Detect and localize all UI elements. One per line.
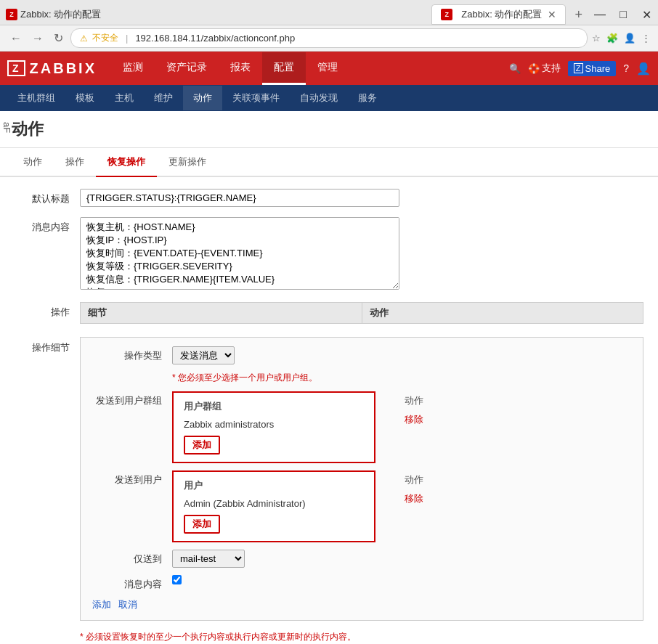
default-title-control bbox=[80, 189, 643, 207]
user-add-button[interactable]: 添加 bbox=[184, 515, 220, 534]
ops-col-detail: 细节 bbox=[81, 303, 362, 324]
address-bar-container: ← → ↻ ⚠ 不安全 | 192.168.184.11/zabbix/acti… bbox=[0, 25, 658, 52]
tab-action[interactable]: 动作 bbox=[12, 148, 54, 177]
maximize-button[interactable]: □ bbox=[612, 4, 635, 25]
ops-details-box: 操作类型 发送消息 * 您必须至少选择一个用户或用户组。 bbox=[80, 337, 643, 621]
minimize-button[interactable]: — bbox=[588, 4, 612, 25]
window-titlebar: Z Zabbix: 动作的配置 Z Zabbix: 动作的配置 ✕ + — □ … bbox=[0, 0, 658, 25]
user-col-name: 用户 bbox=[178, 476, 370, 495]
user-action-header: 动作 bbox=[405, 473, 423, 486]
table-row-add: 添加 bbox=[178, 433, 370, 457]
default-title-row: 默认标题 bbox=[15, 189, 643, 207]
bottom-warning: * 必须设置恢复时的至少一个执行内容或执行内容或更新时的执行内容。 bbox=[80, 631, 643, 643]
browser-tab[interactable]: Z Zabbix: 动作的配置 ✕ bbox=[431, 4, 566, 25]
group-remove-link[interactable]: 移除 bbox=[405, 414, 423, 425]
table-row: Admin (Zabbix Administrator) bbox=[178, 495, 370, 512]
back-button[interactable]: ← bbox=[7, 30, 25, 46]
user-groups-table-wrap: 用户群组 Zabbix administrators bbox=[172, 391, 375, 463]
tab-operations[interactable]: 操作 bbox=[54, 148, 96, 177]
new-tab-button[interactable]: + bbox=[569, 7, 588, 23]
send-to-user-label: 发送到用户 bbox=[92, 470, 172, 486]
send-to-user-row: 发送到用户 用户 bbox=[92, 470, 631, 542]
nav-admin[interactable]: 管理 bbox=[306, 52, 349, 85]
nav-config[interactable]: 配置 bbox=[262, 52, 306, 85]
ops-details-content: 操作类型 发送消息 * 您必须至少选择一个用户或用户组。 bbox=[80, 334, 643, 621]
sec-nav-hosts[interactable]: 主机 bbox=[105, 86, 144, 110]
send-to-group-label: 发送到用户群组 bbox=[92, 391, 172, 407]
msg-content-check-label: 消息内容 bbox=[92, 575, 172, 591]
window-controls: — □ ✕ bbox=[588, 4, 658, 25]
operations-row: 操作 细节 动作 bbox=[15, 302, 643, 324]
user-icon[interactable]: 👤 bbox=[636, 62, 651, 76]
secondary-navigation: 主机群组 模板 主机 维护 动作 关联项事件 自动发现 服务 bbox=[0, 85, 658, 111]
forward-button[interactable]: → bbox=[29, 30, 46, 46]
left-edge-label: aF bbox=[1, 122, 12, 133]
addr-separator: | bbox=[126, 33, 128, 44]
user-remove-link[interactable]: 移除 bbox=[405, 493, 423, 504]
only-to-row: 仅送到 mail-test bbox=[92, 550, 631, 568]
ops-details-label: 操作细节 bbox=[15, 334, 80, 354]
tab-icon: Z bbox=[441, 9, 452, 20]
group-add-button[interactable]: 添加 bbox=[184, 436, 220, 455]
not-secure-icon: ⚠ bbox=[80, 33, 88, 44]
account-icon[interactable]: 👤 bbox=[624, 33, 635, 44]
window-title: Zabbix: 动作的配置 bbox=[20, 8, 426, 21]
search-icon: 🔍 bbox=[509, 63, 521, 74]
group-action-header: 动作 bbox=[405, 394, 423, 407]
extension-icon[interactable]: 🧩 bbox=[606, 33, 618, 44]
op-type-select[interactable]: 发送消息 bbox=[172, 346, 235, 364]
sec-nav-actions[interactable]: 动作 bbox=[183, 86, 222, 110]
form-area: 默认标题 消息内容 恢复主机：{HOST.NAME} 恢复IP：{HOST.IP… bbox=[0, 177, 658, 644]
close-button[interactable]: ✕ bbox=[635, 4, 658, 25]
user-action-col: 动作 移除 bbox=[405, 470, 423, 505]
operations-table: 细节 动作 bbox=[80, 302, 643, 324]
menu-icon[interactable]: ⋮ bbox=[641, 33, 651, 44]
address-bar[interactable]: ⚠ 不安全 | 192.168.184.11/zabbix/actionconf… bbox=[70, 28, 588, 48]
page-title: 动作 bbox=[12, 120, 44, 138]
not-secure-label: 不安全 bbox=[92, 32, 118, 44]
group-row-zabbix-admins: Zabbix administrators bbox=[178, 416, 370, 433]
nav-monitoring[interactable]: 监测 bbox=[111, 52, 155, 85]
refresh-button[interactable]: ↻ bbox=[51, 30, 66, 46]
op-type-label: 操作类型 bbox=[92, 346, 172, 362]
media-type-select[interactable]: mail-test bbox=[172, 550, 245, 568]
logo-text: ZABBIX bbox=[30, 60, 97, 77]
op-type-row: 操作类型 发送消息 bbox=[92, 346, 631, 364]
message-content-checkbox[interactable] bbox=[172, 575, 182, 584]
msg-content-check-row: 消息内容 bbox=[92, 575, 631, 591]
nav-reports[interactable]: 报表 bbox=[219, 52, 262, 85]
nav-assets[interactable]: 资产记录 bbox=[155, 52, 219, 85]
tab-update-operations[interactable]: 更新操作 bbox=[157, 148, 218, 177]
top-navigation: 监测 资产记录 报表 配置 管理 bbox=[111, 52, 349, 85]
sec-nav-host-groups[interactable]: 主机群组 bbox=[7, 86, 65, 110]
zabbix-topbar: Z ZABBIX 监测 资产记录 报表 配置 管理 🔍 🛟 支持 Z Share… bbox=[0, 52, 658, 85]
sec-nav-correlated-events[interactable]: 关联项事件 bbox=[222, 86, 290, 110]
tab-recovery-operations[interactable]: 恢复操作 bbox=[96, 148, 157, 177]
message-content-input[interactable]: 恢复主机：{HOST.NAME} 恢复IP：{HOST.IP} 恢复时间：{EV… bbox=[80, 217, 399, 290]
sec-nav-auto-discovery[interactable]: 自动发现 bbox=[290, 86, 348, 110]
ops-details-row: 操作细节 操作类型 发送消息 * 您必须至少选择一个用户或用户组。 bbox=[15, 334, 643, 621]
default-title-input[interactable] bbox=[80, 189, 399, 207]
support-label[interactable]: 🛟 支持 bbox=[528, 62, 561, 75]
tab-favicon: Z bbox=[6, 9, 17, 20]
send-to-group-control: 用户群组 Zabbix administrators bbox=[172, 391, 631, 463]
topbar-right: 🔍 🛟 支持 Z Share ? 👤 bbox=[509, 61, 651, 76]
bookmark-icon[interactable]: ☆ bbox=[592, 33, 601, 44]
tab-close-icon[interactable]: ✕ bbox=[548, 9, 556, 20]
page-title-bar: 动作 bbox=[0, 111, 658, 148]
ops-add-link[interactable]: 添加 bbox=[92, 598, 111, 611]
support-icon: 🛟 bbox=[528, 63, 540, 74]
only-to-label: 仅送到 bbox=[92, 550, 172, 566]
required-note-label: * 您必须至少选择一个用户或用户组。 bbox=[172, 372, 317, 383]
share-label[interactable]: Z Share bbox=[568, 61, 616, 76]
sec-nav-services[interactable]: 服务 bbox=[348, 86, 387, 110]
help-icon[interactable]: ? bbox=[623, 62, 629, 74]
sec-nav-maintenance[interactable]: 维护 bbox=[144, 86, 183, 110]
op-type-control: 发送消息 bbox=[172, 346, 631, 364]
users-table: 用户 Admin (Zabbix Administrator) bbox=[178, 476, 370, 537]
warning-text: * 必须设置恢复时的至少一个执行内容或执行内容或更新时的执行内容。 bbox=[80, 632, 356, 642]
ops-cancel-link[interactable]: 取消 bbox=[118, 598, 137, 611]
sec-nav-templates[interactable]: 模板 bbox=[65, 86, 105, 110]
required-note-spacer bbox=[92, 372, 172, 375]
required-note-row: * 您必须至少选择一个用户或用户组。 bbox=[92, 372, 631, 384]
